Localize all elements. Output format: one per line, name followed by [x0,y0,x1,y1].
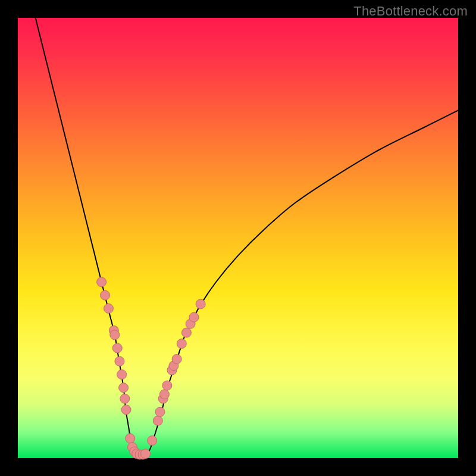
scatter-point [155,407,165,416]
scatter-point [121,405,131,415]
scatter-point [104,303,113,313]
plot-area [18,18,458,458]
scatter-point [181,328,191,337]
scatter-point [126,434,135,443]
scatter-point [196,299,205,309]
watermark-label: TheBottleneck.com [353,4,468,19]
scatter-point [177,339,186,349]
scatter-point [153,416,162,425]
scatter-point [117,369,127,379]
scatter-point [159,390,169,399]
scatter-point [97,277,107,287]
chart-overlay [18,18,458,458]
scatter-point [172,355,181,364]
curve-right-branch [146,110,458,456]
scatter-point [101,290,110,300]
scatter-point [162,381,172,390]
scatter-point [141,449,151,459]
scatter-point [115,356,124,366]
scatter-point [112,343,122,353]
scatter-point [110,330,120,340]
scatter-point [148,436,157,445]
scatter-point [189,312,199,322]
scatter-point [119,383,129,393]
scatter-point [120,394,130,403]
chart-frame: TheBottleneck.com [0,0,476,476]
